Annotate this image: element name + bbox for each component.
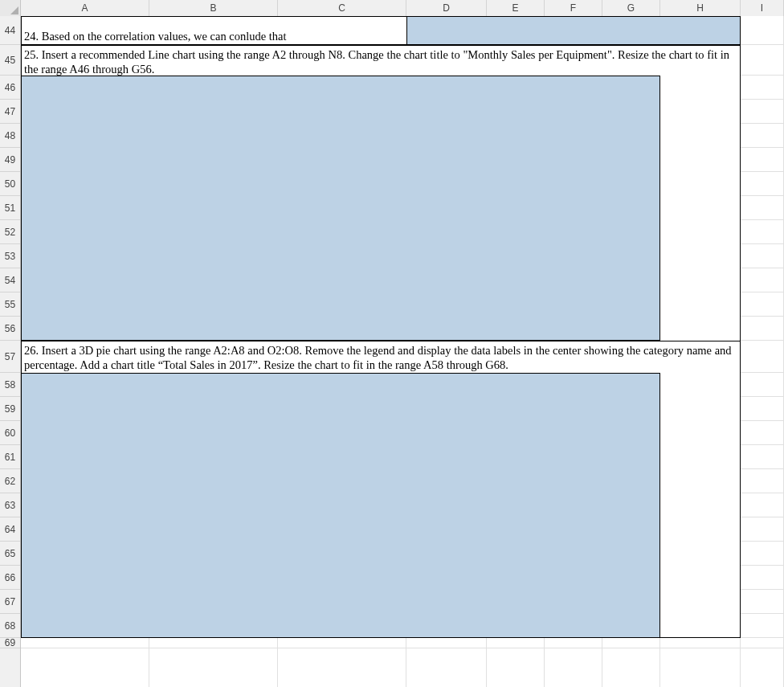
row-header-61[interactable]: 61 <box>0 445 20 469</box>
column-header-H[interactable]: H <box>660 0 741 16</box>
row-header-56[interactable]: 56 <box>0 317 20 341</box>
column-header-I[interactable]: I <box>741 0 784 16</box>
row-header-68[interactable]: 68 <box>0 614 20 638</box>
cell-q25-text[interactable]: 25. Insert a recommended Line chart usin… <box>21 45 741 76</box>
cell-piechart-placeholder[interactable] <box>21 373 660 638</box>
row-header-45[interactable]: 45 <box>0 45 20 76</box>
row-header-47[interactable]: 47 <box>0 100 20 124</box>
column-header-G[interactable]: G <box>602 0 660 16</box>
row-header-51[interactable]: 51 <box>0 196 20 220</box>
row-header-49[interactable]: 49 <box>0 148 20 172</box>
column-header-F[interactable]: F <box>545 0 602 16</box>
column-header-row: ABCDEFGHI <box>0 0 784 16</box>
row-header-52[interactable]: 52 <box>0 220 20 244</box>
select-all-corner[interactable] <box>0 0 21 16</box>
row-header-54[interactable]: 54 <box>0 268 20 292</box>
column-header-B[interactable]: B <box>149 0 278 16</box>
row-header-59[interactable]: 59 <box>0 397 20 421</box>
row-header-48[interactable]: 48 <box>0 124 20 148</box>
row-header-65[interactable]: 65 <box>0 542 20 566</box>
row-header-62[interactable]: 62 <box>0 469 20 493</box>
spreadsheet-viewport: ABCDEFGHI 444546474849505152535455565758… <box>0 0 784 687</box>
row-header-58[interactable]: 58 <box>0 373 20 397</box>
column-header-D[interactable]: D <box>406 0 487 16</box>
column-header-E[interactable]: E <box>487 0 545 16</box>
svg-marker-0 <box>10 6 18 14</box>
row-header-gutter: 4445464748495051525354555657585960616263… <box>0 16 21 687</box>
row-header-50[interactable]: 50 <box>0 172 20 196</box>
row-header-53[interactable]: 53 <box>0 244 20 268</box>
row-header-57[interactable]: 57 <box>0 341 20 373</box>
cell-q26-right-margin[interactable] <box>660 373 741 638</box>
column-header-A[interactable]: A <box>21 0 149 16</box>
row-header-67[interactable]: 67 <box>0 590 20 614</box>
select-all-triangle-icon <box>10 6 18 14</box>
row-header-64[interactable]: 64 <box>0 517 20 542</box>
cell-q25-right-margin[interactable] <box>660 76 741 341</box>
row-header-46[interactable]: 46 <box>0 76 20 100</box>
row-header-63[interactable]: 63 <box>0 493 20 517</box>
row-header-66[interactable]: 66 <box>0 566 20 590</box>
cell-q24-label[interactable]: 24. Based on the correlation values, we … <box>21 16 406 45</box>
row-header-44[interactable]: 44 <box>0 16 20 45</box>
cell-q26-text[interactable]: 26. Insert a 3D pie chart using the rang… <box>21 341 741 373</box>
cell-grid[interactable]: 24. Based on the correlation values, we … <box>21 16 784 687</box>
cell-linechart-placeholder[interactable] <box>21 76 660 341</box>
column-header-C[interactable]: C <box>278 0 406 16</box>
row-header-60[interactable]: 60 <box>0 421 20 445</box>
cell-q24-answer[interactable] <box>406 16 741 45</box>
row-header-69[interactable]: 69 <box>0 638 20 648</box>
row-header-55[interactable]: 55 <box>0 292 20 317</box>
